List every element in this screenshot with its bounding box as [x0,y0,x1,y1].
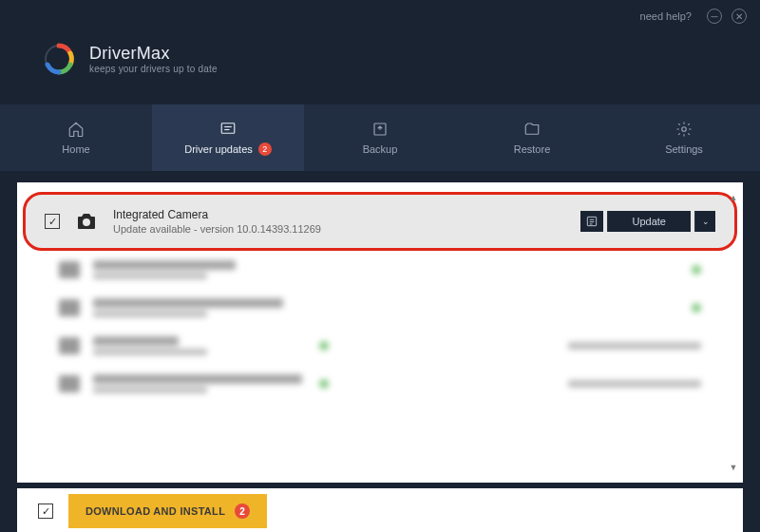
install-button[interactable]: DOWNLOAD AND INSTALL 2 [68,494,267,528]
scroll-up-icon[interactable]: ▲ [728,192,739,203]
minimize-button[interactable]: ─ [707,9,722,24]
driver-row-blurred [40,365,720,403]
restore-icon [522,121,542,138]
scroll-down-icon[interactable]: ▼ [728,462,739,473]
nav-restore[interactable]: Restore [456,104,608,171]
row-actions: Update ⌄ [580,211,715,232]
install-label: DOWNLOAD AND INSTALL [86,505,225,517]
driver-row-blurred [40,251,720,289]
updates-badge: 2 [258,142,272,156]
svg-point-6 [83,218,90,226]
nav-driver-updates[interactable]: Driver updates 2 [152,104,304,171]
driver-subtitle: Update available - version 10.0.14393.11… [113,223,567,235]
nav-backup[interactable]: Backup [304,104,456,171]
settings-icon [674,121,694,138]
install-badge: 2 [235,504,250,519]
camera-icon [73,211,100,232]
row-checkbox[interactable] [45,214,60,229]
backup-icon [370,121,390,138]
svg-point-5 [682,127,687,132]
svg-rect-1 [221,124,235,134]
driver-row-blurred [40,327,720,365]
footer-bar: DOWNLOAD AND INSTALL 2 [17,488,743,532]
nav-label: Settings [665,143,703,155]
nav-home[interactable]: Home [0,104,152,171]
driver-row-highlighted: Integrated Camera Update available - ver… [23,192,737,251]
main-nav: Home Driver updates 2 Backup Restore Set… [0,104,760,171]
titlebar: need help? ─ ✕ [0,0,760,32]
nav-label: Backup [363,143,398,155]
app-header: DriverMax keeps your drivers up to date [0,32,760,86]
details-button[interactable] [580,211,603,232]
nav-label: Home [62,143,89,155]
scrollbar[interactable]: ▲ ▼ [728,192,739,473]
nav-settings[interactable]: Settings [608,104,760,171]
updates-icon [218,120,238,137]
close-button[interactable]: ✕ [732,9,747,24]
header-text: DriverMax keeps your drivers up to date [89,44,218,74]
nav-label: Restore [514,143,551,155]
driver-row-blurred [40,289,720,327]
driver-title: Integrated Camera [113,208,567,221]
app-title: DriverMax [89,44,218,64]
driver-text: Integrated Camera Update available - ver… [113,208,567,235]
update-dropdown[interactable]: ⌄ [694,211,715,232]
select-all-checkbox[interactable] [38,504,53,519]
driver-list: ▲ ▼ Integrated Camera Update available -… [17,182,743,483]
help-link[interactable]: need help? [640,10,692,22]
nav-label: Driver updates [184,143,253,155]
app-tagline: keeps your drivers up to date [89,64,218,74]
app-logo-icon [40,40,78,78]
home-icon [66,121,86,138]
update-button[interactable]: Update [607,211,691,232]
